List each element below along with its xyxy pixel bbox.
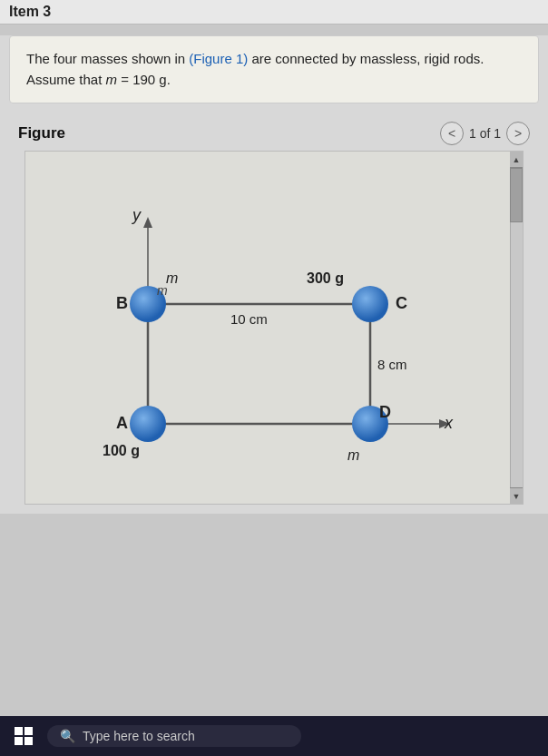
diagram-svg: B C A D m 300 g 100 g m 10 cm — [25, 152, 512, 505]
figure-count: 1 of 1 — [469, 126, 501, 141]
mass-c — [352, 286, 388, 322]
svg-rect-0 — [25, 152, 512, 505]
title-bar: Item 3 — [0, 0, 548, 25]
windows-icon — [15, 727, 33, 745]
search-bar[interactable]: 🔍 Type here to search — [47, 725, 301, 747]
label-c: C — [396, 294, 407, 312]
label-b: B — [116, 294, 128, 312]
problem-text-part1: The four masses shown in — [26, 51, 189, 66]
mass-a — [130, 406, 166, 442]
figure-prev-button[interactable]: < — [440, 122, 464, 145]
mass-d-label: m — [347, 447, 359, 463]
start-button[interactable] — [9, 722, 38, 751]
figure-link[interactable]: (Figure 1) — [189, 51, 248, 66]
label-a: A — [116, 414, 128, 432]
figure-title: Figure — [18, 124, 65, 142]
x-axis-label: x — [444, 414, 454, 432]
scrollbar-arrow-up[interactable]: ▲ — [510, 152, 523, 168]
mass-c-label: 300 g — [307, 270, 344, 286]
figure-canvas: B C A D m 300 g 100 g m 10 cm — [24, 151, 524, 505]
search-icon: 🔍 — [60, 729, 75, 743]
figure-next-button[interactable]: > — [506, 122, 530, 145]
taskbar: 🔍 Type here to search — [0, 716, 548, 756]
item-title: Item 3 — [9, 4, 51, 19]
mass-a-label: 100 g — [103, 443, 140, 458]
problem-equals: = 190 g. — [117, 72, 171, 87]
rod-cd-label: 8 cm — [377, 357, 407, 372]
main-content: The four masses shown in (Figure 1) are … — [0, 35, 548, 514]
scrollbar-arrow-down[interactable]: ▼ — [510, 487, 523, 504]
label-d: D — [379, 403, 391, 421]
italic-m: m — [106, 72, 118, 87]
rod-bc-label: 10 cm — [230, 311, 268, 327]
figure-section: Figure < 1 of 1 > — [9, 114, 539, 505]
figure-header: Figure < 1 of 1 > — [18, 114, 530, 151]
scrollbar-track[interactable]: ▲ ▼ — [510, 152, 523, 504]
axis-m-label: m — [157, 283, 168, 298]
y-axis-label: y — [131, 206, 142, 224]
search-placeholder: Type here to search — [83, 729, 195, 743]
mass-b-label: m — [166, 270, 178, 286]
problem-box: The four masses shown in (Figure 1) are … — [9, 35, 539, 103]
scrollbar-thumb[interactable] — [510, 168, 523, 222]
figure-nav: < 1 of 1 > — [440, 122, 530, 145]
